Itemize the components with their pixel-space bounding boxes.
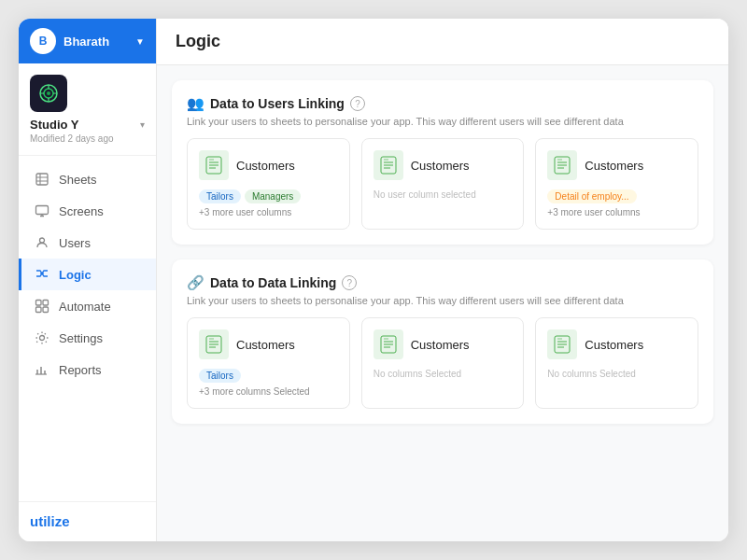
users-icon	[35, 235, 49, 250]
sidebar-item-settings[interactable]: Settings	[19, 322, 156, 354]
app-name: Studio Y	[30, 118, 78, 132]
data-card-tags-1: Tailors +3 more columns Selected	[199, 369, 338, 397]
section-title-data: Data to Data Linking	[210, 275, 336, 290]
no-selection-data-2: No columns Selected	[374, 369, 462, 379]
app-container: B Bharath ▼ Studio Y ▾ Mo	[19, 19, 728, 541]
sidebar-item-automate[interactable]: Automate	[19, 290, 156, 322]
svg-point-20	[40, 336, 45, 341]
card-name-users-1: Customers	[236, 159, 295, 173]
app-chevron-icon: ▾	[140, 119, 145, 130]
user-name: Bharath	[63, 35, 128, 49]
sidebar-footer: utilize	[19, 501, 156, 541]
users-card-2[interactable]: Customers No user column selected	[361, 138, 525, 230]
screens-icon	[35, 203, 49, 218]
users-card-3[interactable]: Customers Detail of employ... +3 more us…	[535, 138, 698, 230]
card-header-1: Customers	[199, 150, 338, 180]
section-title-row-users: 👥 Data to Users Linking ?	[187, 95, 698, 112]
card-name-users-2: Customers	[411, 159, 470, 173]
no-selection-data-3: No columns Selected	[547, 369, 636, 379]
data-file-icon-2	[374, 329, 403, 359]
section-subtitle-data: Link your users to sheets to personalise…	[187, 295, 698, 306]
data-linking-cards: Customers Tailors +3 more columns Select…	[187, 317, 698, 409]
app-name-row: Studio Y ▾	[30, 118, 145, 132]
app-modified: Modified 2 days ago	[30, 133, 114, 144]
help-icon-users[interactable]: ?	[350, 96, 365, 111]
svg-rect-7	[36, 174, 48, 185]
data-card-3[interactable]: Customers No columns Selected	[535, 317, 698, 409]
main-body: 👥 Data to Users Linking ? Link your user…	[157, 65, 728, 439]
app-info: Studio Y ▾ Modified 2 days ago	[19, 63, 156, 156]
sidebar-nav: Sheets Screens	[19, 156, 156, 501]
main-header: Logic	[157, 19, 728, 65]
svg-rect-18	[36, 307, 42, 313]
settings-icon	[35, 330, 49, 345]
section-header-users: 👥 Data to Users Linking ? Link your user…	[187, 95, 698, 127]
tag-more-1: +3 more user columns	[199, 207, 291, 217]
sheet-file-icon-3	[547, 150, 577, 180]
data-file-icon-3	[547, 329, 577, 359]
section-data-to-data: 🔗 Data to Data Linking ? Link your users…	[172, 259, 713, 424]
data-card-2[interactable]: Customers No columns Selected	[361, 317, 525, 409]
sidebar-item-logic[interactable]: Logic	[19, 259, 156, 290]
tag-managers-1: Managers	[245, 189, 301, 203]
reports-label: Reports	[59, 363, 102, 377]
users-card-1[interactable]: Customers Tailors Managers +3 more user …	[187, 138, 350, 230]
users-linking-icon: 👥	[187, 95, 204, 112]
help-icon-data[interactable]: ?	[342, 275, 357, 290]
data-card-1[interactable]: Customers Tailors +3 more columns Select…	[187, 317, 350, 409]
svg-rect-16	[36, 301, 42, 306]
sidebar-item-users[interactable]: Users	[19, 227, 156, 259]
card-tags-users-2: No user column selected	[374, 189, 513, 200]
avatar: B	[30, 28, 56, 54]
logic-label: Logic	[59, 268, 92, 282]
users-linking-cards: Customers Tailors Managers +3 more user …	[187, 138, 698, 230]
data-card-header-1: Customers	[199, 329, 338, 359]
svg-rect-17	[43, 301, 49, 306]
sidebar: B Bharath ▼ Studio Y ▾ Mo	[19, 19, 157, 541]
automate-label: Automate	[59, 300, 111, 314]
data-linking-icon: 🔗	[187, 274, 204, 291]
tag-tailors-1: Tailors	[199, 189, 241, 203]
data-card-header-2: Customers	[374, 329, 513, 359]
tag-more-d1: +3 more columns Selected	[199, 386, 310, 397]
users-label: Users	[59, 236, 91, 250]
page-title: Logic	[176, 32, 220, 50]
tag-detail-3: Detail of employ...	[547, 189, 636, 203]
sidebar-item-reports[interactable]: Reports	[19, 354, 156, 385]
logic-icon	[35, 267, 49, 282]
tag-more-3: +3 more user columns	[547, 207, 640, 217]
svg-rect-19	[43, 307, 49, 313]
data-file-icon-1	[199, 329, 229, 359]
svg-point-2	[47, 91, 50, 95]
no-selection-users-2: No user column selected	[374, 189, 476, 200]
section-title-row-data: 🔗 Data to Data Linking ?	[187, 274, 698, 291]
tag-tailors-d1: Tailors	[199, 369, 241, 383]
sheets-label: Sheets	[59, 173, 96, 187]
settings-label: Settings	[59, 331, 103, 345]
svg-point-14	[40, 238, 45, 243]
section-subtitle-users: Link your users to sheets to personalise…	[187, 116, 698, 127]
sheets-icon	[35, 172, 49, 187]
data-card-name-3: Customers	[585, 338, 643, 352]
data-card-header-3: Customers	[547, 329, 686, 359]
sheet-file-icon-1	[199, 150, 229, 180]
sidebar-item-screens[interactable]: Screens	[19, 195, 156, 227]
screens-label: Screens	[59, 204, 104, 218]
chevron-down-icon: ▼	[135, 36, 145, 47]
app-icon	[30, 75, 67, 112]
card-header-2: Customers	[374, 150, 513, 180]
card-tags-users-3: Detail of employ... +3 more user columns	[547, 189, 686, 217]
data-card-name-2: Customers	[411, 338, 470, 352]
user-header[interactable]: B Bharath ▼	[19, 19, 156, 63]
section-header-data: 🔗 Data to Data Linking ? Link your users…	[187, 274, 698, 306]
card-tags-users-1: Tailors Managers +3 more user columns	[199, 189, 338, 217]
sheet-file-icon-2	[374, 150, 403, 180]
data-card-tags-3: No columns Selected	[547, 369, 686, 379]
brand-label: utilize	[30, 513, 70, 529]
section-data-to-users: 👥 Data to Users Linking ? Link your user…	[172, 80, 713, 245]
svg-rect-11	[36, 206, 49, 215]
card-header-3: Customers	[547, 150, 686, 180]
sidebar-item-sheets[interactable]: Sheets	[19, 163, 156, 195]
main-content: Logic 👥 Data to Users Linking ? Link you…	[157, 19, 728, 541]
automate-icon	[35, 299, 49, 314]
